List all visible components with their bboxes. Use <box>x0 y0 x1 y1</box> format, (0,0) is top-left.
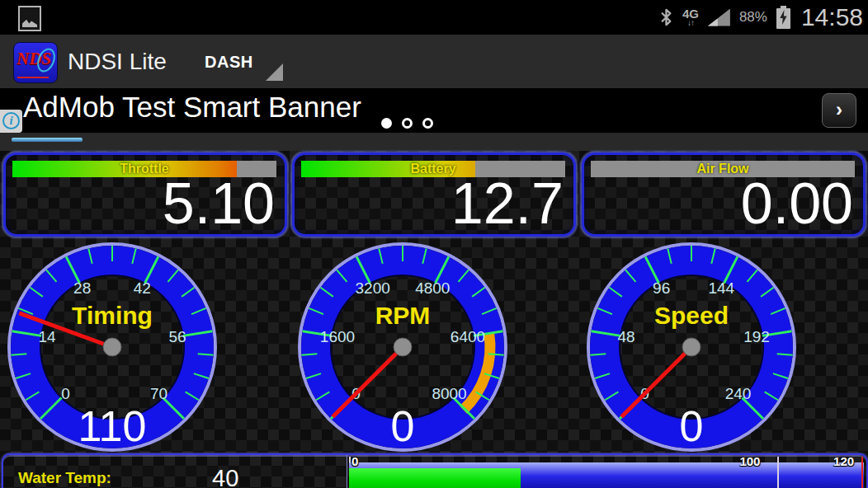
gauge-hub <box>103 338 121 356</box>
gauge-scale-label: 28 <box>73 279 91 297</box>
gauge-scale-label: 3200 <box>356 279 390 297</box>
ad-next-button[interactable]: › <box>822 93 856 128</box>
gauge-timing[interactable]: 01428425670Timing110 <box>4 239 220 455</box>
spinner-label: DASH <box>205 53 253 72</box>
gauge-name: Speed <box>654 302 729 329</box>
water-temp-bar <box>349 462 864 488</box>
water-temp-panel[interactable]: Water Temp: 40 0100120 <box>2 453 868 488</box>
info-icon: i <box>2 112 20 129</box>
gauge-scale-label: 6400 <box>451 328 485 345</box>
gauge-scale-label: 42 <box>134 279 151 297</box>
water-temp-value: 40 <box>212 465 238 488</box>
ad-page-dot <box>381 118 392 129</box>
bar-scale-label: 0 <box>351 455 358 468</box>
clock: 14:58 <box>801 3 863 31</box>
gauge-scale-label: 56 <box>168 328 186 345</box>
gauge-scale-label: 240 <box>725 385 752 402</box>
panel-value: 12.7 <box>451 175 564 232</box>
bar-marker-100 <box>777 457 779 488</box>
battery-charging-icon <box>776 6 790 29</box>
gauge-dial: 04896144192240Speed0 <box>583 239 800 455</box>
gauge-value: 110 <box>78 402 147 450</box>
panel-value: 5.10 <box>163 175 275 232</box>
gauge-scale-label: 70 <box>150 385 167 402</box>
gauge-rpm[interactable]: 016003200480064008000RPM0 <box>295 239 511 455</box>
screen: 4G ↓↑ 88% 14:58 NDS NDSI Lite DASH AdMob… <box>0 0 868 488</box>
gauge-speed[interactable]: 04896144192240Speed0 <box>583 239 800 455</box>
app-title: NDSI Lite <box>68 49 167 75</box>
bluetooth-icon <box>659 7 673 28</box>
gauge-value: 0 <box>391 402 415 450</box>
chevron-right-icon: › <box>836 98 842 120</box>
gauge-dial: 016003200480064008000RPM0 <box>295 239 511 455</box>
water-temp-bar-fill <box>349 468 521 488</box>
gauge-dial: 01428425670Timing110 <box>4 239 220 455</box>
logo-url-line <box>17 77 49 78</box>
progress-indicator <box>12 138 83 142</box>
panel-throttle[interactable]: Throttle5.10 <box>3 152 287 237</box>
ad-info-button[interactable]: i <box>0 110 22 133</box>
gauge-name: Timing <box>72 302 153 329</box>
gauge-hub <box>394 338 412 356</box>
gauge-scale-label: 8000 <box>432 385 466 402</box>
dashboard: Throttle5.10Battery12.7Air Flow0.00 0142… <box>0 133 868 488</box>
signal-strength-icon <box>708 9 730 26</box>
ad-banner-text: AdMob Test Smart Banner <box>23 91 361 124</box>
bar-scale-label: 120 <box>833 455 854 468</box>
gauge-scale-label: 96 <box>653 279 670 297</box>
ad-banner[interactable]: AdMob Test Smart Banner i › <box>0 88 868 133</box>
gauge-name: RPM <box>375 302 431 329</box>
gauge-scale-label: 14 <box>38 328 56 345</box>
status-bar: 4G ↓↑ 88% 14:58 <box>0 0 868 35</box>
bar-scale-label: 100 <box>739 455 760 468</box>
panel-battery[interactable]: Battery12.7 <box>292 152 576 237</box>
ad-page-dots <box>381 118 433 129</box>
gauge-scale-label: 4800 <box>415 279 450 297</box>
gauge-scale-label: 1600 <box>320 328 355 345</box>
ad-page-dot <box>402 118 413 129</box>
water-temp-label: Water Temp: <box>18 469 111 487</box>
gauge-scale-label: 144 <box>708 279 734 297</box>
panel-air-flow[interactable]: Air Flow0.00 <box>582 152 866 237</box>
bar-marker-120 <box>861 457 863 488</box>
spinner-caret-icon <box>266 63 283 81</box>
screenshot-notification-icon <box>18 6 41 31</box>
gauge-value: 0 <box>680 402 704 450</box>
gauge-scale-label: 0 <box>61 385 70 402</box>
water-temp-bar-gauge: 0100120 <box>347 455 866 488</box>
battery-percent: 88% <box>739 9 767 26</box>
network-4g-icon: 4G ↓↑ <box>682 7 699 27</box>
gauge-scale-label: 48 <box>617 328 634 345</box>
panel-value: 0.00 <box>741 175 853 232</box>
view-spinner-dash[interactable]: DASH <box>203 35 294 88</box>
app-logo: NDS <box>13 42 58 83</box>
app-bar: NDS NDSI Lite DASH <box>0 35 868 88</box>
ad-page-dot <box>422 118 433 129</box>
gauge-scale-label: 192 <box>743 328 770 345</box>
gauge-hub <box>682 338 701 356</box>
